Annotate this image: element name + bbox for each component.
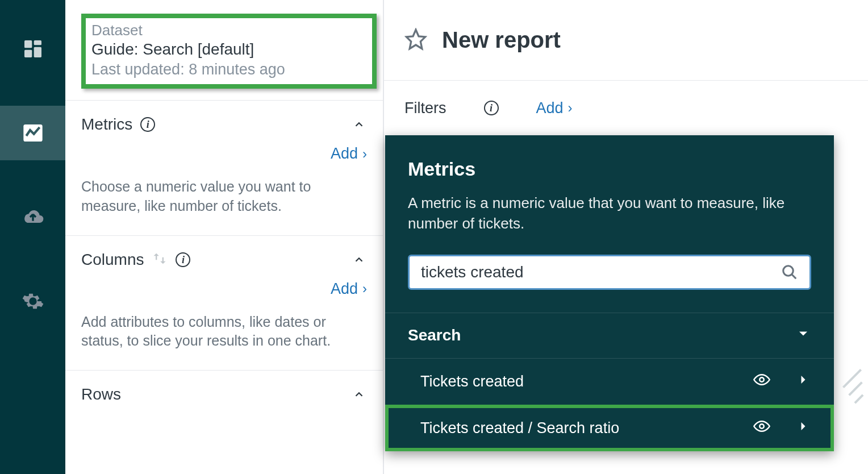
svg-rect-0 [24, 40, 32, 48]
svg-rect-2 [34, 47, 41, 57]
dataset-updated: Last updated: 8 minutes ago [91, 61, 366, 78]
metric-item-tickets-created-search-ratio[interactable]: Tickets created / Search ratio [385, 405, 834, 451]
report-title: New report [442, 27, 561, 53]
collapse-rows[interactable] [351, 386, 367, 402]
preview-button[interactable] [753, 418, 770, 439]
nav-settings[interactable] [0, 274, 65, 329]
add-column-link[interactable]: Add › [331, 280, 367, 298]
chevron-up-icon [353, 118, 365, 131]
collapse-columns[interactable] [351, 252, 367, 268]
nav-reports[interactable] [0, 106, 65, 160]
metric-item-label: Tickets created / Search ratio [420, 419, 619, 437]
metric-group-search[interactable]: Search [385, 313, 834, 358]
chevron-up-icon [353, 253, 365, 266]
add-filter-link[interactable]: Add › [536, 99, 573, 117]
section-columns: Columns i Add › Add attributes to column… [65, 235, 383, 371]
metric-item-label: Tickets created [420, 373, 524, 390]
svg-rect-3 [24, 50, 32, 57]
metrics-title: Metrics [81, 115, 132, 134]
filters-label: Filters [404, 99, 446, 117]
dataset-box[interactable]: Dataset Guide: Search [default] Last upd… [81, 14, 377, 89]
collapse-metrics[interactable] [351, 117, 367, 132]
chevron-right-icon [795, 372, 811, 388]
picker-title: Metrics [408, 158, 811, 180]
info-icon[interactable]: i [484, 101, 499, 115]
svg-marker-5 [406, 30, 425, 48]
metric-picker-panel: Metrics A metric is a numeric value that… [385, 135, 834, 451]
group-toggle[interactable] [795, 326, 811, 346]
section-metrics: Metrics i Add › Choose a numeric value y… [65, 100, 383, 235]
nav-rail [0, 0, 65, 474]
dataset-name: Guide: Search [default] [91, 40, 366, 59]
columns-help: Add attributes to columns, like dates or… [81, 313, 365, 351]
chevron-right-icon: › [362, 146, 367, 162]
svg-rect-1 [34, 40, 41, 45]
upload-icon [22, 206, 44, 228]
resize-handle[interactable] [834, 377, 868, 411]
add-metric-label: Add [331, 145, 358, 163]
expand-button[interactable] [795, 418, 811, 438]
swap-arrows-icon [152, 251, 168, 267]
info-icon[interactable]: i [176, 252, 190, 267]
rows-title: Rows [81, 385, 121, 404]
picker-description: A metric is a numeric value that you wan… [408, 193, 794, 234]
info-icon[interactable]: i [140, 117, 155, 132]
titlebar: New report [384, 0, 868, 81]
svg-point-6 [783, 266, 794, 276]
dataset-label: Dataset [91, 22, 366, 39]
favorite-button[interactable] [404, 28, 427, 53]
chevron-right-icon [795, 418, 811, 434]
metric-group-label: Search [408, 326, 461, 344]
add-column-label: Add [331, 280, 358, 298]
dashboard-icon [22, 38, 44, 60]
svg-line-7 [792, 275, 796, 279]
add-metric-link[interactable]: Add › [331, 145, 367, 163]
nav-upload[interactable] [0, 190, 65, 244]
eye-icon [753, 371, 770, 388]
nav-dashboard[interactable] [0, 22, 65, 76]
reports-icon [22, 122, 44, 144]
eye-icon [753, 418, 770, 435]
metric-group-list: Search Tickets created Tickets created /… [385, 313, 834, 451]
chevron-down-icon [795, 326, 811, 342]
expand-button[interactable] [795, 372, 811, 392]
metric-search-wrap [408, 255, 811, 290]
metric-search-input[interactable] [421, 263, 781, 281]
svg-point-9 [760, 424, 764, 429]
gear-icon [22, 290, 44, 313]
chevron-up-icon [353, 388, 365, 401]
section-rows: Rows [65, 370, 383, 404]
metric-item-tickets-created[interactable]: Tickets created [385, 358, 834, 405]
filters-bar: Filters i Add › [384, 81, 868, 135]
add-filter-label: Add [536, 99, 564, 117]
svg-point-8 [760, 377, 764, 382]
search-icon [781, 264, 798, 281]
metrics-help: Choose a numeric value you want to measu… [81, 177, 365, 216]
columns-title: Columns [81, 251, 144, 269]
preview-button[interactable] [753, 371, 770, 392]
swap-icon[interactable] [152, 251, 168, 269]
config-panel: Dataset Guide: Search [default] Last upd… [65, 0, 383, 474]
star-icon [404, 28, 427, 51]
chevron-right-icon: › [362, 281, 367, 297]
chevron-right-icon: › [568, 100, 573, 116]
